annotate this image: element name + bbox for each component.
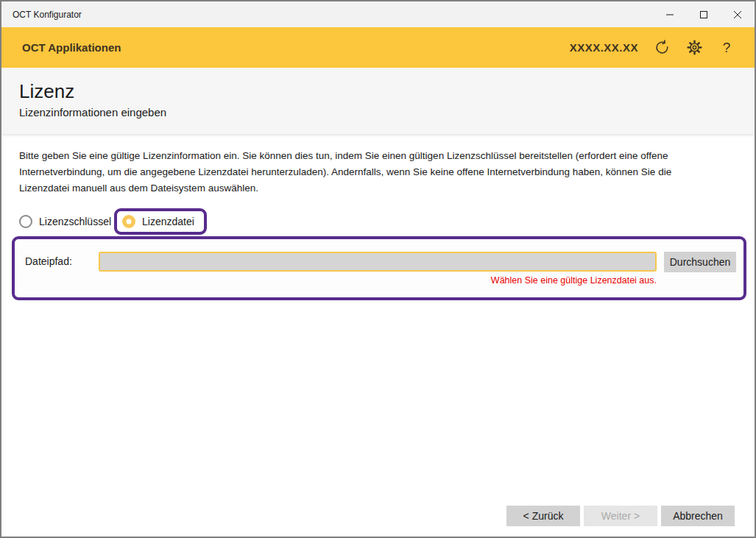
file-path-groupbox: Dateipfad: Wählen Sie eine gültige Lizen… [12, 236, 746, 300]
filepath-input-column: Wählen Sie eine gültige Lizenzdatei aus. [99, 252, 657, 286]
minimize-button[interactable] [653, 1, 687, 27]
intro-line-1: Bitte geben Sie eine gültige Lizenzinfor… [19, 148, 737, 164]
help-icon[interactable]: ? [718, 39, 735, 57]
app-title: OCT Applikationen [22, 41, 570, 54]
app-window: OCT Konfigurator OCT Applikationen X [0, 0, 756, 538]
app-header: OCT Applikationen XXXX.XX.XX [1, 27, 755, 68]
radio-checked-icon [122, 215, 135, 228]
next-button[interactable]: Weiter > [584, 506, 657, 526]
filepath-label: Dateipfad: [25, 252, 99, 272]
filepath-input[interactable] [99, 252, 657, 272]
intro-line-3: Lizenzdatei manuell aus dem Dateisystem … [19, 180, 737, 197]
back-button[interactable]: < Zurück [506, 506, 580, 526]
file-path-row: Dateipfad: Wählen Sie eine gültige Lizen… [25, 252, 736, 286]
minimize-icon [665, 10, 674, 19]
titlebar: OCT Konfigurator [1, 1, 755, 27]
maximize-icon [699, 10, 708, 19]
window-controls [653, 1, 755, 27]
cancel-button[interactable]: Abbrechen [661, 506, 735, 526]
radio-unchecked-icon [19, 215, 32, 228]
license-mode-radio-group: Lizenzschlüssel Lizenzdatei [19, 208, 737, 235]
intro-line-2: Internetverbindung, um die angegebene Li… [19, 164, 737, 180]
settings-gear-icon[interactable] [685, 39, 703, 57]
maximize-button[interactable] [687, 1, 721, 27]
radio-lizenzschluessel-label: Lizenzschlüssel [39, 216, 111, 227]
app-header-actions: XXXX.XX.XX [570, 39, 735, 57]
intro-text: Bitte geben Sie eine gültige Lizenzinfor… [19, 148, 737, 197]
page-header: Lizenz Lizenzinformationen eingeben [1, 68, 755, 134]
page-title: Lizenz [19, 79, 737, 103]
selected-radio-highlight: Lizenzdatei [114, 208, 207, 235]
close-icon [733, 10, 742, 19]
close-button[interactable] [721, 1, 755, 27]
version-label: XXXX.XX.XX [570, 41, 638, 54]
validation-message: Wählen Sie eine gültige Lizenzdatei aus. [99, 275, 657, 286]
refresh-icon[interactable] [653, 39, 671, 57]
radio-lizenzdatei[interactable]: Lizenzdatei [122, 215, 194, 228]
page-subtitle: Lizenzinformationen eingeben [19, 106, 737, 118]
main-content: Bitte geben Sie eine gültige Lizenzinfor… [1, 134, 755, 300]
radio-lizenzschluessel[interactable]: Lizenzschlüssel [19, 215, 111, 228]
window-title: OCT Konfigurator [1, 10, 653, 20]
wizard-footer: < Zurück Weiter > Abbrechen [506, 506, 735, 526]
browse-button[interactable]: Durchsuchen [664, 252, 736, 272]
radio-lizenzdatei-label: Lizenzdatei [142, 216, 194, 227]
